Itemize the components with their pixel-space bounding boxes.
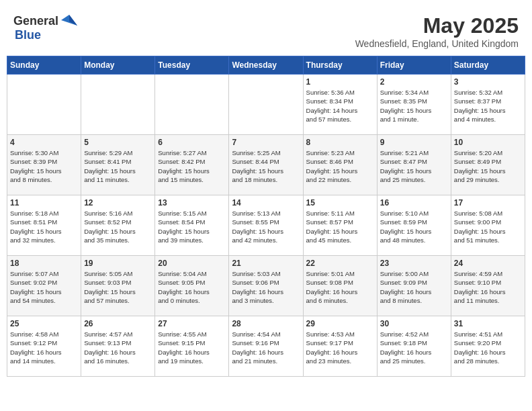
calendar-cell: 12Sunrise: 5:16 AM Sunset: 8:52 PM Dayli… [81,195,155,256]
day-number: 31 [454,319,522,328]
day-info: Sunrise: 5:10 AM Sunset: 8:59 PM Dayligh… [380,209,448,244]
day-info: Sunrise: 4:58 AM Sunset: 9:12 PM Dayligh… [10,330,78,365]
day-info: Sunrise: 4:53 AM Sunset: 9:17 PM Dayligh… [306,330,374,365]
day-info: Sunrise: 5:30 AM Sunset: 8:39 PM Dayligh… [10,148,78,184]
day-number: 6 [158,138,226,147]
calendar-cell [81,75,155,135]
calendar-cell: 4Sunrise: 5:30 AM Sunset: 8:39 PM Daylig… [7,135,81,195]
day-number: 12 [84,198,152,208]
day-number: 7 [232,138,300,147]
day-info: Sunrise: 5:04 AM Sunset: 9:05 PM Dayligh… [158,269,226,305]
day-number: 26 [84,319,152,328]
day-info: Sunrise: 4:57 AM Sunset: 9:13 PM Dayligh… [84,330,152,365]
calendar-cell: 13Sunrise: 5:15 AM Sunset: 8:54 PM Dayli… [155,195,229,256]
calendar-cell: 5Sunrise: 5:29 AM Sunset: 8:41 PM Daylig… [81,135,155,195]
weekday-header: Monday [81,56,155,75]
day-info: Sunrise: 5:08 AM Sunset: 9:00 PM Dayligh… [454,209,522,244]
calendar-cell: 7Sunrise: 5:25 AM Sunset: 8:44 PM Daylig… [229,135,303,195]
calendar-cell: 6Sunrise: 5:27 AM Sunset: 8:42 PM Daylig… [155,135,229,195]
day-number: 3 [454,77,522,87]
day-number: 21 [232,259,300,268]
calendar-cell: 28Sunrise: 4:54 AM Sunset: 9:16 PM Dayli… [229,316,303,377]
calendar-week-row: 4Sunrise: 5:30 AM Sunset: 8:39 PM Daylig… [7,135,525,195]
day-info: Sunrise: 5:13 AM Sunset: 8:55 PM Dayligh… [232,209,300,244]
calendar-cell: 31Sunrise: 4:51 AM Sunset: 9:20 PM Dayli… [451,316,525,377]
day-info: Sunrise: 5:11 AM Sunset: 8:57 PM Dayligh… [306,209,374,244]
day-number: 23 [380,259,448,268]
day-info: Sunrise: 5:36 AM Sunset: 8:34 PM Dayligh… [306,88,374,124]
day-number: 17 [454,198,522,208]
day-info: Sunrise: 5:00 AM Sunset: 9:09 PM Dayligh… [380,269,448,305]
day-info: Sunrise: 5:23 AM Sunset: 8:46 PM Dayligh… [306,148,374,184]
calendar-cell: 22Sunrise: 5:01 AM Sunset: 9:08 PM Dayli… [303,256,377,316]
calendar-cell: 3Sunrise: 5:32 AM Sunset: 8:37 PM Daylig… [451,75,525,135]
calendar-cell: 23Sunrise: 5:00 AM Sunset: 9:09 PM Dayli… [377,256,451,316]
day-number: 4 [10,138,78,147]
day-number: 16 [380,198,448,208]
subtitle: Wednesfield, England, United Kingdom [355,38,519,49]
calendar-week-row: 18Sunrise: 5:07 AM Sunset: 9:02 PM Dayli… [7,256,525,316]
day-info: Sunrise: 5:05 AM Sunset: 9:03 PM Dayligh… [84,269,152,305]
day-info: Sunrise: 5:34 AM Sunset: 8:35 PM Dayligh… [380,88,448,124]
calendar-week-row: 1Sunrise: 5:36 AM Sunset: 8:34 PM Daylig… [7,75,525,135]
calendar-cell: 21Sunrise: 5:03 AM Sunset: 9:06 PM Dayli… [229,256,303,316]
logo-general-text: General [13,14,58,28]
day-info: Sunrise: 4:59 AM Sunset: 9:10 PM Dayligh… [454,269,522,305]
calendar-cell: 1Sunrise: 5:36 AM Sunset: 8:34 PM Daylig… [303,75,377,135]
day-info: Sunrise: 4:51 AM Sunset: 9:20 PM Dayligh… [454,330,522,365]
day-info: Sunrise: 5:16 AM Sunset: 8:52 PM Dayligh… [84,209,152,244]
day-number: 29 [306,319,374,328]
day-number: 18 [10,259,78,268]
day-info: Sunrise: 5:25 AM Sunset: 8:44 PM Dayligh… [232,148,300,184]
day-info: Sunrise: 4:54 AM Sunset: 9:16 PM Dayligh… [232,330,300,365]
calendar-week-row: 25Sunrise: 4:58 AM Sunset: 9:12 PM Dayli… [7,316,525,377]
day-info: Sunrise: 5:20 AM Sunset: 8:49 PM Dayligh… [454,148,522,184]
logo-blue-text: Blue [15,28,41,42]
day-number: 13 [158,198,226,208]
day-info: Sunrise: 5:21 AM Sunset: 8:47 PM Dayligh… [380,148,448,184]
day-number: 27 [158,319,226,328]
day-number: 11 [10,198,78,208]
weekday-header: Sunday [7,56,81,75]
calendar-cell: 15Sunrise: 5:11 AM Sunset: 8:57 PM Dayli… [303,195,377,256]
calendar-cell: 30Sunrise: 4:52 AM Sunset: 9:18 PM Dayli… [377,316,451,377]
day-info: Sunrise: 5:01 AM Sunset: 9:08 PM Dayligh… [306,269,374,305]
calendar-cell: 17Sunrise: 5:08 AM Sunset: 9:00 PM Dayli… [451,195,525,256]
weekday-header-row: SundayMondayTuesdayWednesdayThursdayFrid… [7,56,525,75]
calendar-cell: 29Sunrise: 4:53 AM Sunset: 9:17 PM Dayli… [303,316,377,377]
day-number: 2 [380,77,448,87]
calendar-cell: 14Sunrise: 5:13 AM Sunset: 8:55 PM Dayli… [229,195,303,256]
day-number: 28 [232,319,300,328]
calendar-week-row: 11Sunrise: 5:18 AM Sunset: 8:51 PM Dayli… [7,195,525,256]
calendar-cell: 9Sunrise: 5:21 AM Sunset: 8:47 PM Daylig… [377,135,451,195]
calendar-cell: 11Sunrise: 5:18 AM Sunset: 8:51 PM Dayli… [7,195,81,256]
calendar-cell: 16Sunrise: 5:10 AM Sunset: 8:59 PM Dayli… [377,195,451,256]
calendar-table: SundayMondayTuesdayWednesdayThursdayFrid… [7,56,525,377]
page-header: General Blue May 2025 Wednesfield, Engla… [7,7,525,53]
calendar-cell: 10Sunrise: 5:20 AM Sunset: 8:49 PM Dayli… [451,135,525,195]
calendar-cell [7,75,81,135]
day-number: 14 [232,198,300,208]
day-number: 19 [84,259,152,268]
day-info: Sunrise: 5:07 AM Sunset: 9:02 PM Dayligh… [10,269,78,305]
calendar-cell: 19Sunrise: 5:05 AM Sunset: 9:03 PM Dayli… [81,256,155,316]
day-number: 8 [306,138,374,147]
weekday-header: Saturday [451,56,525,75]
weekday-header: Thursday [303,56,377,75]
day-number: 25 [10,319,78,328]
calendar-cell: 27Sunrise: 4:55 AM Sunset: 9:15 PM Dayli… [155,316,229,377]
day-number: 10 [454,138,522,147]
calendar-cell: 26Sunrise: 4:57 AM Sunset: 9:13 PM Dayli… [81,316,155,377]
logo: General Blue [13,13,79,42]
weekday-header: Tuesday [155,56,229,75]
main-title: May 2025 [355,13,519,38]
day-number: 30 [380,319,448,328]
day-number: 5 [84,138,152,147]
day-info: Sunrise: 5:27 AM Sunset: 8:42 PM Dayligh… [158,148,226,184]
calendar-cell: 8Sunrise: 5:23 AM Sunset: 8:46 PM Daylig… [303,135,377,195]
day-number: 15 [306,198,374,208]
day-number: 9 [380,138,448,147]
calendar-cell: 24Sunrise: 4:59 AM Sunset: 9:10 PM Dayli… [451,256,525,316]
day-info: Sunrise: 4:55 AM Sunset: 9:15 PM Dayligh… [158,330,226,365]
day-info: Sunrise: 5:29 AM Sunset: 8:41 PM Dayligh… [84,148,152,184]
